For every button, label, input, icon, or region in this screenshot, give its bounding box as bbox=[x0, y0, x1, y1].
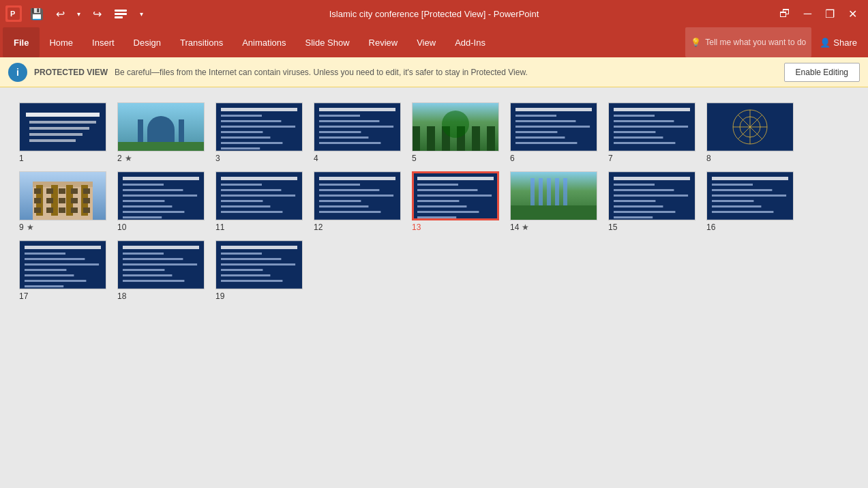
slide-canvas bbox=[314, 102, 401, 152]
slide-thumbnail[interactable] bbox=[314, 171, 401, 220]
slide-number-row: 18 bbox=[117, 291, 126, 301]
slide-thumbnail[interactable] bbox=[608, 102, 695, 152]
slide-item[interactable]: 12 bbox=[314, 171, 401, 232]
svg-text:P: P bbox=[10, 10, 15, 18]
svg-rect-2 bbox=[115, 10, 127, 12]
slide-thumbnail[interactable] bbox=[19, 102, 106, 152]
menu-home[interactable]: Home bbox=[40, 27, 83, 57]
restore-down-button[interactable]: 🗗 bbox=[774, 6, 796, 21]
slide-number: 1 bbox=[19, 154, 24, 163]
slide-number: 13 bbox=[412, 223, 421, 232]
slide-thumbnail[interactable] bbox=[412, 102, 499, 152]
save-button[interactable]: 💾 bbox=[26, 5, 48, 23]
menu-file[interactable]: File bbox=[3, 27, 40, 57]
slide-item[interactable]: 1 bbox=[19, 102, 106, 163]
share-button[interactable]: 👤 Share bbox=[811, 27, 865, 57]
slide-number: 10 bbox=[117, 223, 126, 232]
star-icon: ★ bbox=[522, 223, 529, 232]
title-bar-left: P 💾 ↩ ▾ ↪ ▾ bbox=[5, 5, 147, 23]
enable-editing-button[interactable]: Enable Editing bbox=[784, 63, 860, 82]
menu-review[interactable]: Review bbox=[359, 27, 408, 57]
slide-number: 6 bbox=[510, 154, 515, 163]
slide-number-row: 13 bbox=[412, 223, 421, 232]
slide-thumbnail[interactable] bbox=[608, 171, 695, 220]
slide-canvas bbox=[510, 102, 597, 152]
slide-canvas bbox=[117, 171, 205, 220]
menu-transitions[interactable]: Transitions bbox=[170, 27, 233, 57]
slide-thumbnail[interactable] bbox=[510, 102, 597, 152]
star-icon: ★ bbox=[125, 154, 132, 163]
menu-slideshow[interactable]: Slide Show bbox=[296, 27, 359, 57]
slide-canvas bbox=[706, 102, 794, 152]
slide-thumbnail[interactable] bbox=[117, 240, 205, 289]
slide-number: 5 bbox=[412, 154, 417, 163]
svg-rect-4 bbox=[115, 16, 123, 18]
slide-item[interactable]: 4 bbox=[314, 102, 401, 163]
slide-item[interactable]: 17 bbox=[19, 240, 106, 301]
svg-rect-3 bbox=[115, 13, 127, 15]
menu-animations[interactable]: Animations bbox=[233, 27, 295, 57]
menu-bar: File Home Insert Design Transitions Anim… bbox=[0, 27, 868, 57]
slide-thumbnail[interactable] bbox=[510, 171, 597, 220]
slide-number-row: 17 bbox=[19, 291, 28, 301]
slide-thumbnail[interactable] bbox=[706, 102, 794, 152]
slide-number: 3 bbox=[215, 154, 220, 163]
redo-button[interactable]: ↪ bbox=[89, 5, 106, 23]
slide-canvas bbox=[314, 171, 401, 220]
slide-thumbnail[interactable] bbox=[117, 102, 205, 152]
slide-item[interactable]: 16 bbox=[706, 171, 794, 232]
slide-canvas bbox=[19, 240, 106, 289]
slide-item[interactable]: 11 bbox=[215, 171, 303, 232]
slide-canvas bbox=[608, 102, 695, 152]
minimize-button[interactable]: ─ bbox=[798, 6, 817, 21]
slide-item[interactable]: 10 bbox=[117, 171, 205, 232]
slide-thumbnail[interactable] bbox=[314, 102, 401, 152]
slide-number: 16 bbox=[706, 223, 715, 232]
slide-thumbnail[interactable] bbox=[117, 171, 205, 220]
undo-dropdown[interactable]: ▾ bbox=[73, 8, 85, 20]
tell-me-search[interactable]: 💡 Tell me what you want to do bbox=[685, 27, 811, 57]
menu-addins[interactable]: Add-Ins bbox=[445, 27, 495, 57]
slide-thumbnail[interactable] bbox=[19, 171, 106, 220]
menu-insert[interactable]: Insert bbox=[83, 27, 124, 57]
maximize-button[interactable]: ❐ bbox=[820, 6, 840, 22]
slide-item[interactable]: 6 bbox=[510, 102, 597, 163]
slide-number: 18 bbox=[117, 291, 126, 301]
protected-view-icon: i bbox=[8, 63, 27, 82]
slide-item[interactable]: 9★ bbox=[19, 171, 106, 232]
slide-thumbnail[interactable] bbox=[706, 171, 794, 220]
customize-button[interactable] bbox=[110, 5, 132, 23]
slide-number-row: 1 bbox=[19, 154, 24, 163]
slide-item[interactable]: 2★ bbox=[117, 102, 205, 163]
slide-item[interactable]: 5 bbox=[412, 102, 499, 163]
slide-number-row: 12 bbox=[314, 223, 323, 232]
slide-number-row: 3 bbox=[215, 154, 220, 163]
dropdown-arrow[interactable]: ▾ bbox=[136, 8, 147, 20]
slide-item[interactable]: 14★ bbox=[510, 171, 597, 232]
slide-thumbnail[interactable] bbox=[412, 171, 499, 220]
slide-item[interactable]: 18 bbox=[117, 240, 205, 301]
slide-item[interactable]: 7 bbox=[608, 102, 695, 163]
slide-number-row: 19 bbox=[215, 291, 224, 301]
slide-item[interactable]: 8 bbox=[706, 102, 794, 163]
slide-item[interactable]: 15 bbox=[608, 171, 695, 232]
slide-thumbnail[interactable] bbox=[215, 102, 303, 152]
undo-button[interactable]: ↩ bbox=[52, 5, 69, 23]
slide-thumbnail[interactable] bbox=[215, 171, 303, 220]
title-bar-controls: 🗗 ─ ❐ ✕ bbox=[774, 6, 863, 22]
title-bar: P 💾 ↩ ▾ ↪ ▾ Islamic city conference [Pro… bbox=[0, 0, 868, 27]
slide-number: 15 bbox=[608, 223, 617, 232]
share-icon: 👤 bbox=[820, 38, 830, 48]
slide-thumbnail[interactable] bbox=[19, 240, 106, 289]
slide-number-row: 8 bbox=[706, 154, 711, 163]
slide-item[interactable]: 19 bbox=[215, 240, 303, 301]
menu-view[interactable]: View bbox=[407, 27, 445, 57]
menu-design[interactable]: Design bbox=[124, 27, 170, 57]
slide-number-row: 10 bbox=[117, 223, 126, 232]
slide-thumbnail[interactable] bbox=[215, 240, 303, 289]
slide-item[interactable]: 13 bbox=[412, 171, 499, 232]
close-button[interactable]: ✕ bbox=[843, 6, 863, 22]
slide-number-row: 4 bbox=[314, 154, 318, 163]
slide-item[interactable]: 3 bbox=[215, 102, 303, 163]
slide-number-row: 11 bbox=[215, 223, 224, 232]
